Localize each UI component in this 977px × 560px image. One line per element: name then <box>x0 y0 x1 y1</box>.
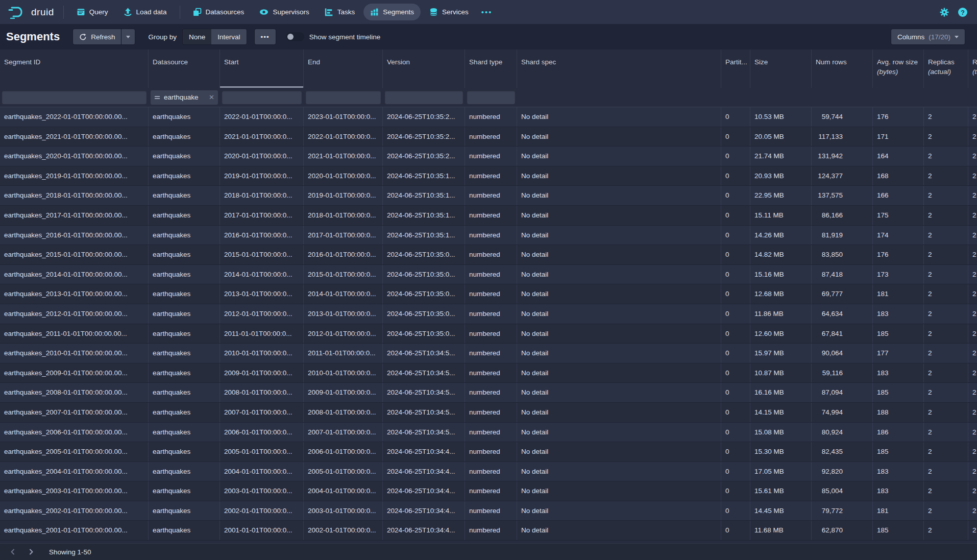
help-icon[interactable]: ? <box>958 7 968 17</box>
table-row[interactable]: earthquakes_2021-01-01T00:00:00.00...ear… <box>0 127 977 147</box>
table-row[interactable]: earthquakes_2004-01-01T00:00:00.00...ear… <box>0 462 977 482</box>
table-row[interactable]: earthquakes_2009-01-01T00:00:00.00...ear… <box>0 363 977 383</box>
cell-replicas: 2 <box>924 344 968 363</box>
nav-item-services[interactable]: Services <box>423 4 475 20</box>
column-header-replicas[interactable]: Replicas(actual) <box>924 50 968 88</box>
refresh-button[interactable]: Refresh <box>73 29 121 44</box>
filter-input-start[interactable] <box>222 91 302 104</box>
cell-size: 16.16 MB <box>750 383 812 402</box>
table-row[interactable]: earthquakes_2006-01-01T00:00:00.00...ear… <box>0 423 977 443</box>
table-row[interactable]: earthquakes_2016-01-01T00:00:00.00...ear… <box>0 226 977 246</box>
column-header-start[interactable]: Start <box>220 50 304 88</box>
columns-button[interactable]: Columns (17/20) <box>891 29 965 44</box>
cell-num_rows: 124,377 <box>812 166 873 186</box>
column-header-replication_factor[interactable]: Replication factor(target) <box>968 50 977 88</box>
table-row[interactable]: earthquakes_2003-01-01T00:00:00.00...ear… <box>0 481 977 501</box>
column-sublabel: (target) <box>972 67 977 77</box>
view-header: Segments Refresh Group by NoneInterval •… <box>0 24 977 50</box>
cell-datasource: earthquakes <box>149 166 220 186</box>
filter-input-shard_type[interactable] <box>467 91 515 104</box>
cell-end: 2017-01-01T00:00:0... <box>304 226 383 245</box>
cell-datasource: earthquakes <box>149 107 220 127</box>
column-header-end[interactable]: End <box>304 50 383 88</box>
cell-datasource: earthquakes <box>149 206 220 225</box>
refresh-options-button[interactable] <box>121 29 135 44</box>
cell-size: 12.60 MB <box>750 324 812 344</box>
table-row[interactable]: earthquakes_2017-01-01T00:00:00.00...ear… <box>0 206 977 226</box>
column-header-num_rows[interactable]: Num rows <box>812 50 873 88</box>
cell-partition: 0 <box>721 403 750 422</box>
cell-version: 2024-06-25T10:35:0... <box>383 245 465 264</box>
segment-timeline-toggle[interactable]: Show segment timeline <box>286 32 381 41</box>
column-header-segment_id[interactable]: Segment ID <box>0 50 149 88</box>
column-label: Partit... <box>725 58 747 66</box>
remove-filter-icon[interactable]: ✕ <box>209 93 214 101</box>
column-header-datasource[interactable]: Datasource <box>149 50 220 88</box>
cell-replication_factor: 2 <box>968 166 977 186</box>
cell-shard_type: numbered <box>465 186 517 205</box>
cell-segment_id: earthquakes_2011-01-01T00:00:00.00... <box>0 324 149 344</box>
filter-input-segment_id[interactable] <box>2 91 146 104</box>
column-header-version[interactable]: Version <box>383 50 465 88</box>
table-row[interactable]: earthquakes_2002-01-01T00:00:00.00...ear… <box>0 501 977 521</box>
cell-num_rows: 87,094 <box>812 383 873 402</box>
druid-logo[interactable]: druid <box>7 6 58 19</box>
cell-replicas: 2 <box>924 265 968 284</box>
cell-version: 2024-06-25T10:35:1... <box>383 226 465 245</box>
cell-replication_factor: 2 <box>968 226 977 245</box>
table-row[interactable]: earthquakes_2008-01-01T00:00:00.00...ear… <box>0 383 977 403</box>
group-by-option-interval[interactable]: Interval <box>211 29 246 44</box>
nav-item-query[interactable]: Query <box>70 4 115 20</box>
previous-page-button[interactable] <box>5 545 20 558</box>
cell-avg_row_size: 183 <box>873 304 924 324</box>
next-page-button[interactable] <box>23 545 39 558</box>
table-row[interactable]: earthquakes_2010-01-01T00:00:00.00...ear… <box>0 344 977 363</box>
nav-item-segments[interactable]: Segments <box>363 4 421 20</box>
column-header-partition[interactable]: Partit... <box>721 50 750 88</box>
cell-segment_id: earthquakes_2005-01-01T00:00:00.00... <box>0 442 149 461</box>
column-header-size[interactable]: Size <box>750 50 812 88</box>
page-title: Segments <box>6 30 60 43</box>
table-row[interactable]: earthquakes_2018-01-01T00:00:00.00...ear… <box>0 186 977 206</box>
nav-item-tasks[interactable]: Tasks <box>318 4 362 20</box>
column-label: Segment ID <box>4 58 40 66</box>
cell-num_rows: 86,166 <box>812 206 873 225</box>
cell-version: 2024-06-25T10:35:2... <box>383 147 465 166</box>
table-row[interactable]: earthquakes_2019-01-01T00:00:00.00...ear… <box>0 166 977 186</box>
datasource-filter-tag[interactable]: earthquake✕ <box>151 90 218 105</box>
nav-item-supervisors[interactable]: Supervisors <box>253 4 315 20</box>
settings-gear-icon[interactable] <box>939 7 949 17</box>
filter-input-version[interactable] <box>385 91 463 104</box>
table-row[interactable]: earthquakes_2013-01-01T00:00:00.00...ear… <box>0 284 977 304</box>
cell-replication_factor: 2 <box>968 265 977 284</box>
column-header-shard_type[interactable]: Shard type <box>465 50 517 88</box>
filter-input-end[interactable] <box>306 91 381 104</box>
cell-shard_spec: No detail <box>517 363 721 383</box>
table-row[interactable]: earthquakes_2011-01-01T00:00:00.00...ear… <box>0 324 977 344</box>
group-by-option-none[interactable]: None <box>183 29 211 44</box>
cell-partition: 0 <box>721 423 750 442</box>
column-header-avg_row_size[interactable]: Avg. row size(bytes) <box>873 50 924 88</box>
nav-item-label: Services <box>442 8 469 16</box>
cell-start: 2018-01-01T00:00:0... <box>220 186 304 205</box>
table-row[interactable]: earthquakes_2020-01-01T00:00:00.00...ear… <box>0 147 977 166</box>
table-row[interactable]: earthquakes_2005-01-01T00:00:00.00...ear… <box>0 442 977 462</box>
table-row[interactable]: earthquakes_2012-01-01T00:00:00.00...ear… <box>0 304 977 324</box>
table-row[interactable]: earthquakes_2015-01-01T00:00:00.00...ear… <box>0 245 977 265</box>
cell-avg_row_size: 185 <box>873 324 924 344</box>
column-header-shard_spec[interactable]: Shard spec <box>517 50 721 88</box>
nav-more-button[interactable]: ••• <box>476 4 498 20</box>
cell-version: 2024-06-25T10:34:5... <box>383 403 465 422</box>
cell-datasource: earthquakes <box>149 265 220 284</box>
cell-avg_row_size: 181 <box>873 501 924 521</box>
table-row[interactable]: earthquakes_2007-01-01T00:00:00.00...ear… <box>0 403 977 423</box>
nav-item-load-data[interactable]: Load data <box>117 4 174 20</box>
toggle-track[interactable] <box>286 32 304 41</box>
cell-size: 15.97 MB <box>750 344 812 363</box>
table-row[interactable]: earthquakes_2014-01-01T00:00:00.00...ear… <box>0 265 977 285</box>
table-row[interactable]: earthquakes_2001-01-01T00:00:00.00...ear… <box>0 521 977 541</box>
nav-item-datasources[interactable]: Datasources <box>186 4 251 20</box>
table-row[interactable]: earthquakes_2022-01-01T00:00:00.00...ear… <box>0 107 977 127</box>
header-more-button[interactable]: ••• <box>255 29 276 44</box>
cell-avg_row_size: 171 <box>873 127 924 147</box>
